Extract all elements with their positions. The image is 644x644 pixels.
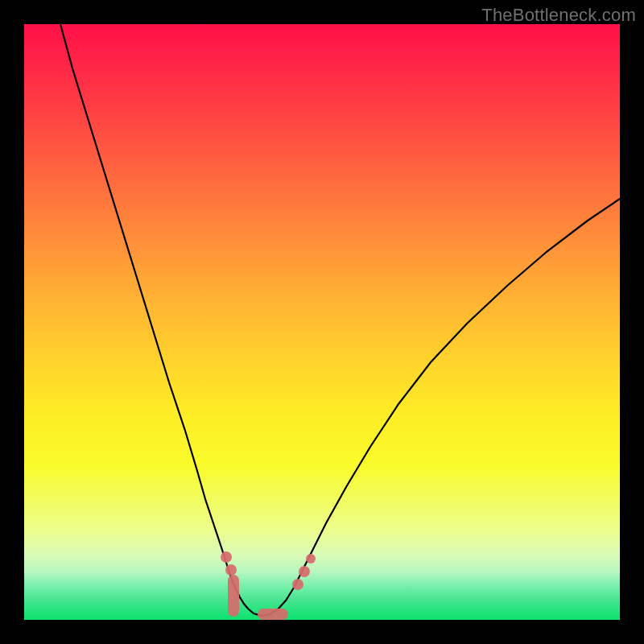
- svg-point-2: [221, 551, 232, 563]
- bottleneck-curve: [24, 24, 620, 620]
- svg-point-6: [306, 554, 316, 564]
- svg-rect-0: [228, 575, 239, 617]
- svg-point-4: [292, 579, 303, 590]
- svg-rect-1: [258, 609, 288, 620]
- chart-frame: TheBottleneck.com: [0, 0, 644, 644]
- svg-point-5: [299, 566, 310, 577]
- plot-area: [24, 24, 620, 620]
- svg-point-3: [225, 564, 237, 576]
- watermark-text: TheBottleneck.com: [481, 5, 636, 26]
